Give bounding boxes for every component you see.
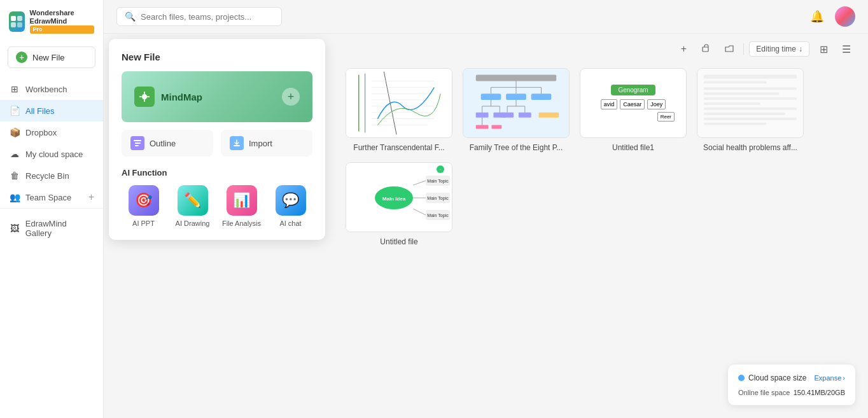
svg-rect-34 [506, 94, 526, 100]
svg-rect-56 [704, 92, 780, 95]
folder-btn[interactable] [720, 40, 738, 58]
ai-function-grid: 🎯 AI PPT ✏️ AI Drawing 📊 File Analysis 💬… [122, 185, 312, 227]
cloud-widget: Cloud space size Expanse › Online file s… [728, 365, 855, 405]
svg-rect-61 [704, 118, 797, 120]
ai-analysis-item[interactable]: 📊 File Analysis [220, 185, 263, 227]
svg-text:Main Topic: Main Topic [427, 179, 449, 184]
svg-text:·: · [440, 167, 441, 172]
all-files-icon: 📄 [9, 105, 20, 116]
svg-rect-0 [11, 16, 16, 21]
sort-label: Editing time [756, 45, 796, 53]
main-area: 🔍 🔔 New File [104, 0, 868, 418]
svg-rect-53 [704, 75, 797, 79]
list-view-btn[interactable]: ☰ [837, 40, 855, 58]
toolbar-divider [743, 43, 744, 55]
ai-ppt-icon: 🎯 [129, 185, 159, 216]
workbench-icon: ⊞ [9, 83, 20, 95]
file-thumb-social [697, 68, 804, 138]
file-card-genogram[interactable]: Genogram avid Caesar Joey Reer Untitled … [580, 68, 687, 152]
search-icon: 🔍 [125, 11, 136, 22]
new-file-toolbar-btn[interactable]: + [675, 40, 692, 58]
ai-chat-label: AI chat [279, 219, 301, 227]
ai-chat-item[interactable]: 💬 AI chat [269, 185, 312, 227]
cloud-icon: ☁ [9, 148, 20, 160]
outline-icon [130, 136, 144, 150]
mindmap-card[interactable]: MindMap + [122, 71, 312, 122]
cloud-label: My cloud space [25, 150, 83, 159]
file-name-transcendental: Further Transcendental F... [346, 143, 452, 152]
svg-rect-3 [17, 22, 22, 27]
recycle-label: Recycle Bin [25, 171, 69, 181]
file-card-mindmap[interactable]: Main Idea Main Topic Main Topic M [346, 162, 452, 246]
ai-drawing-icon: ✏️ [178, 185, 208, 216]
gallery-icon: 🖼 [9, 223, 20, 234]
cloud-storage-label: Online file space [738, 389, 790, 396]
user-avatar[interactable] [835, 6, 855, 27]
sidebar-item-team-space[interactable]: 👥 Team Space + [0, 186, 103, 208]
file-thumb-family-tree [463, 68, 570, 138]
search-box[interactable]: 🔍 [116, 7, 282, 26]
notification-bell-icon[interactable]: 🔔 [807, 6, 827, 27]
ai-chat-icon: 💬 [276, 185, 306, 216]
pro-badge: Pro [30, 25, 94, 34]
svg-rect-50 [476, 125, 489, 129]
sidebar-item-dropbox[interactable]: 📦 Dropbox [0, 122, 103, 143]
sidebar-item-workbench[interactable]: ⊞ Workbench [0, 78, 103, 100]
file-name-genogram: Untitled file1 [580, 143, 687, 152]
file-card-transcendental[interactable]: Further Transcendental F... [346, 68, 452, 152]
svg-rect-27 [476, 75, 556, 81]
svg-rect-13 [703, 47, 708, 52]
sidebar-item-cloud[interactable]: ☁ My cloud space [0, 143, 103, 165]
search-input[interactable] [141, 12, 274, 22]
new-file-label: New File [32, 53, 65, 62]
ai-drawing-item[interactable]: ✏️ AI Drawing [171, 185, 214, 227]
sidebar-item-all-files[interactable]: 📄 All Files [0, 100, 103, 122]
sidebar-item-gallery[interactable]: 🖼 EdrawMind Gallery [0, 214, 103, 243]
team-space-label: Team Space [25, 193, 71, 202]
new-file-button[interactable]: + New File [8, 46, 95, 68]
sidebar-nav: ⊞ Workbench 📄 All Files 📦 Dropbox ☁ My c… [0, 76, 103, 418]
file-name-family-tree: Family Tree of the Eight P... [463, 143, 570, 152]
expand-arrow: › [843, 374, 845, 382]
ai-drawing-label: AI Drawing [176, 219, 210, 227]
import-label: Import [249, 139, 272, 148]
svg-rect-51 [491, 125, 501, 129]
svg-rect-47 [519, 113, 531, 118]
sidebar-item-recycle[interactable]: 🗑 Recycle Bin [0, 165, 103, 186]
sort-dropdown[interactable]: Editing time ↓ [749, 41, 809, 57]
import-button[interactable]: Import [221, 130, 312, 157]
outline-button[interactable]: Outline [122, 130, 213, 157]
svg-rect-1 [17, 16, 22, 21]
svg-rect-33 [481, 94, 501, 100]
expand-link[interactable]: Expanse › [815, 374, 845, 382]
files-toolbar: + Editing time ↓ ⊞ [346, 40, 855, 58]
svg-rect-60 [704, 113, 785, 115]
grid-view-btn[interactable]: ⊞ [815, 40, 832, 58]
ai-section-title: AI Function [122, 168, 312, 178]
file-card-social[interactable]: Social health problems aff... [697, 68, 804, 152]
ai-analysis-label: File Analysis [222, 219, 261, 227]
cloud-dot [738, 375, 745, 381]
add-team-icon[interactable]: + [88, 192, 94, 203]
panel-title: New File [122, 52, 312, 62]
ai-analysis-icon: 📊 [227, 185, 257, 216]
svg-text:Main Idea: Main Idea [382, 196, 406, 202]
recycle-icon: 🗑 [9, 170, 20, 181]
svg-rect-62 [704, 123, 767, 125]
ai-ppt-item[interactable]: 🎯 AI PPT [122, 185, 165, 227]
app-logo-icon [9, 11, 25, 32]
mindmap-plus-button[interactable]: + [282, 88, 300, 106]
svg-rect-54 [704, 81, 767, 83]
dropbox-icon: 📦 [9, 127, 20, 138]
svg-rect-58 [704, 102, 760, 105]
svg-rect-59 [704, 108, 797, 110]
all-files-label: All Files [25, 106, 55, 116]
move-file-btn[interactable] [697, 40, 715, 58]
file-card-family-tree[interactable]: Family Tree of the Eight P... [463, 68, 570, 152]
sort-arrow-icon: ↓ [799, 45, 802, 53]
import-icon [230, 136, 244, 150]
file-thumb-genogram: Genogram avid Caesar Joey Reer [580, 68, 687, 138]
ai-ppt-label: AI PPT [132, 219, 155, 227]
gallery-label: EdrawMind Gallery [25, 219, 94, 238]
svg-rect-9 [134, 140, 141, 141]
